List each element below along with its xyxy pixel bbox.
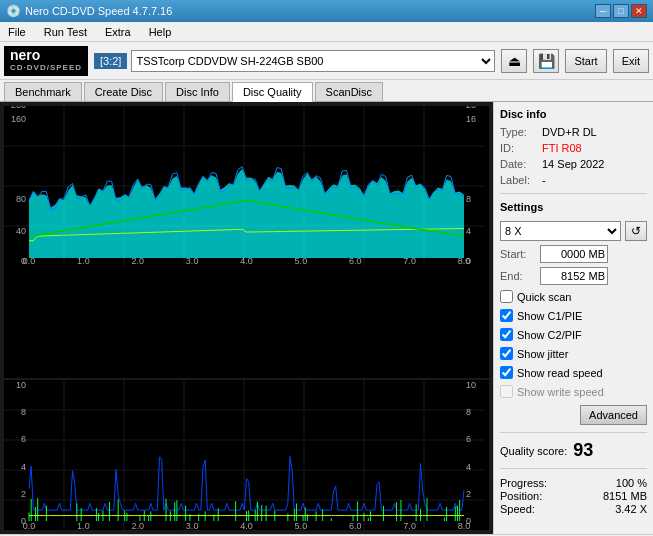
drive-dropdown[interactable]: TSSTcorp CDDVDW SH-224GB SB00 (131, 50, 495, 72)
quick-scan-row: Quick scan (500, 290, 647, 303)
disc-date-row: Date: 14 Sep 2022 (500, 158, 647, 170)
position-row: Position: 8151 MB (500, 490, 647, 502)
disc-id-row: ID: FTI R08 (500, 142, 647, 154)
title-bar: 💿 Nero CD-DVD Speed 4.7.7.16 ─ □ ✕ (0, 0, 653, 22)
drive-selector: [3:2] TSSTcorp CDDVDW SH-224GB SB00 (94, 50, 495, 72)
close-button[interactable]: ✕ (631, 4, 647, 18)
bottom-chart (4, 380, 489, 530)
exit-button[interactable]: Exit (613, 49, 649, 73)
menu-help[interactable]: Help (145, 24, 176, 40)
progress-section: Progress: 100 % Position: 8151 MB Speed:… (500, 476, 647, 516)
show-write-speed-label: Show write speed (517, 386, 604, 398)
title-bar-left: 💿 Nero CD-DVD Speed 4.7.7.16 (6, 4, 172, 18)
menu-extra[interactable]: Extra (101, 24, 135, 40)
refresh-button[interactable]: ↺ (625, 221, 647, 241)
end-mb-row: End: (500, 267, 647, 285)
progress-row: Progress: 100 % (500, 477, 647, 489)
menu-bar: File Run Test Extra Help (0, 22, 653, 42)
menu-run-test[interactable]: Run Test (40, 24, 91, 40)
main-content: Disc info Type: DVD+R DL ID: FTI R08 Dat… (0, 102, 653, 534)
show-c2pif-row: Show C2/PIF (500, 328, 647, 341)
disc-type-row: Type: DVD+R DL (500, 126, 647, 138)
top-chart (4, 106, 489, 378)
start-button[interactable]: Start (565, 49, 606, 73)
tab-disc-info[interactable]: Disc Info (165, 82, 230, 101)
show-c2pif-checkbox[interactable] (500, 328, 513, 341)
date-value: 14 Sep 2022 (542, 158, 604, 170)
show-c1pie-label: Show C1/PIE (517, 310, 582, 322)
speed-select[interactable]: 8 X (500, 221, 621, 241)
show-c1pie-row: Show C1/PIE (500, 309, 647, 322)
nero-logo: nero CD·DVD/SPEED (4, 46, 88, 76)
minimize-button[interactable]: ─ (595, 4, 611, 18)
toolbar: nero CD·DVD/SPEED [3:2] TSSTcorp CDDVDW … (0, 42, 653, 80)
start-input[interactable] (540, 245, 608, 263)
tab-create-disc[interactable]: Create Disc (84, 82, 163, 101)
show-c1pie-checkbox[interactable] (500, 309, 513, 322)
disc-info-title: Disc info (500, 108, 647, 120)
maximize-button[interactable]: □ (613, 4, 629, 18)
type-value: DVD+R DL (542, 126, 597, 138)
show-jitter-checkbox[interactable] (500, 347, 513, 360)
show-read-speed-row: Show read speed (500, 366, 647, 379)
settings-title: Settings (500, 201, 647, 213)
quality-score-value: 93 (573, 440, 593, 461)
id-value: FTI R08 (542, 142, 582, 154)
type-label: Type: (500, 126, 538, 138)
speed-value: 3.42 X (615, 503, 647, 515)
tab-benchmark[interactable]: Benchmark (4, 82, 82, 101)
quality-score-row: Quality score: 93 (500, 440, 647, 461)
end-label: End: (500, 270, 536, 282)
menu-file[interactable]: File (4, 24, 30, 40)
drive-label: [3:2] (94, 53, 127, 69)
position-label: Position: (500, 490, 542, 502)
position-value: 8151 MB (603, 490, 647, 502)
speed-label: Speed: (500, 503, 535, 515)
start-mb-row: Start: (500, 245, 647, 263)
app-title: Nero CD-DVD Speed 4.7.7.16 (25, 5, 172, 17)
tab-scan-disc[interactable]: ScanDisc (315, 82, 383, 101)
divider-1 (500, 193, 647, 194)
show-write-speed-row: Show write speed (500, 385, 647, 398)
start-label: Start: (500, 248, 536, 260)
sidebar: Disc info Type: DVD+R DL ID: FTI R08 Dat… (493, 102, 653, 534)
show-read-speed-label: Show read speed (517, 367, 603, 379)
quality-score-label: Quality score: (500, 445, 567, 457)
progress-label: Progress: (500, 477, 547, 489)
quick-scan-label: Quick scan (517, 291, 571, 303)
end-input[interactable] (540, 267, 608, 285)
eject-icon-btn[interactable]: ⏏ (501, 49, 527, 73)
progress-value: 100 % (616, 477, 647, 489)
title-bar-controls: ─ □ ✕ (595, 4, 647, 18)
show-write-speed-checkbox[interactable] (500, 385, 513, 398)
app-icon: 💿 (6, 4, 21, 18)
tab-disc-quality[interactable]: Disc Quality (232, 82, 313, 102)
divider-2 (500, 432, 647, 433)
quick-scan-checkbox[interactable] (500, 290, 513, 303)
date-label: Date: (500, 158, 538, 170)
show-read-speed-checkbox[interactable] (500, 366, 513, 379)
show-jitter-row: Show jitter (500, 347, 647, 360)
show-jitter-label: Show jitter (517, 348, 568, 360)
id-label: ID: (500, 142, 538, 154)
label-label: Label: (500, 174, 538, 186)
speed-row: Speed: 3.42 X (500, 503, 647, 515)
save-icon-btn[interactable]: 💾 (533, 49, 559, 73)
speed-row: 8 X ↺ (500, 221, 647, 241)
disc-label-row: Label: - (500, 174, 647, 186)
advanced-button[interactable]: Advanced (580, 405, 647, 425)
label-value: - (542, 174, 546, 186)
tabs: Benchmark Create Disc Disc Info Disc Qua… (0, 80, 653, 102)
chart-area (0, 102, 493, 534)
divider-3 (500, 468, 647, 469)
show-c2pif-label: Show C2/PIF (517, 329, 582, 341)
